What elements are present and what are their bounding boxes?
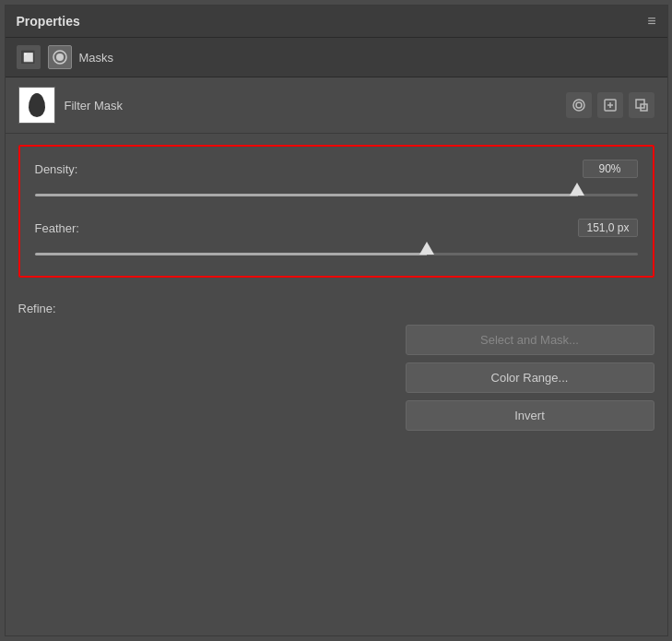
- refine-section: Refine: Select and Mask... Color Range..…: [6, 289, 667, 444]
- density-header: Density: 90%: [35, 160, 638, 178]
- tabs-row: 🔲 Masks: [6, 38, 667, 77]
- svg-point-1: [56, 53, 64, 61]
- sliders-section: Density: 90% Feather: 151,0 px: [18, 145, 654, 278]
- density-slider-track[interactable]: [35, 194, 638, 196]
- density-slider-thumb[interactable]: [570, 183, 584, 196]
- density-label: Density:: [35, 162, 78, 176]
- feather-label: Feather:: [35, 221, 79, 235]
- refine-label: Refine:: [18, 302, 654, 315]
- mask-thumb-shape: [29, 93, 45, 117]
- mask-left: Filter Mask: [18, 87, 124, 124]
- tab-mask[interactable]: [48, 45, 72, 69]
- mask-label: Filter Mask: [65, 99, 124, 113]
- feather-slider-track-container[interactable]: [35, 244, 638, 263]
- svg-point-3: [576, 102, 582, 108]
- panel-title: Properties: [17, 14, 80, 29]
- mask-thumbnail: [18, 87, 55, 124]
- feather-slider-thumb[interactable]: [419, 242, 434, 255]
- tabs-label: Masks: [79, 51, 114, 65]
- feather-row: Feather: 151,0 px: [35, 219, 638, 263]
- feather-header: Feather: 151,0 px: [35, 219, 638, 237]
- svg-point-2: [573, 100, 584, 111]
- density-value[interactable]: 90%: [583, 160, 638, 178]
- feather-value[interactable]: 151,0 px: [578, 219, 637, 237]
- mask-add-icon[interactable]: [597, 92, 623, 118]
- density-slider-track-container[interactable]: [35, 185, 638, 204]
- properties-panel: Properties ≡ 🔲 Masks Filter Mask: [5, 5, 668, 636]
- mask-row: Filter Mask: [6, 77, 667, 134]
- mask-circle-icon[interactable]: [566, 92, 592, 118]
- density-row: Density: 90%: [35, 160, 638, 204]
- menu-icon[interactable]: ≡: [647, 13, 655, 30]
- feather-slider-track[interactable]: [35, 253, 638, 255]
- refine-buttons: Select and Mask... Color Range... Invert: [18, 325, 654, 431]
- mask-icons: [566, 92, 654, 118]
- color-range-button[interactable]: Color Range...: [406, 362, 654, 393]
- tab-pixel-layer[interactable]: 🔲: [17, 45, 41, 69]
- mask-transform-icon[interactable]: [629, 92, 654, 118]
- invert-button[interactable]: Invert: [406, 400, 654, 431]
- panel-header: Properties ≡: [6, 6, 667, 38]
- select-and-mask-button[interactable]: Select and Mask...: [406, 325, 654, 355]
